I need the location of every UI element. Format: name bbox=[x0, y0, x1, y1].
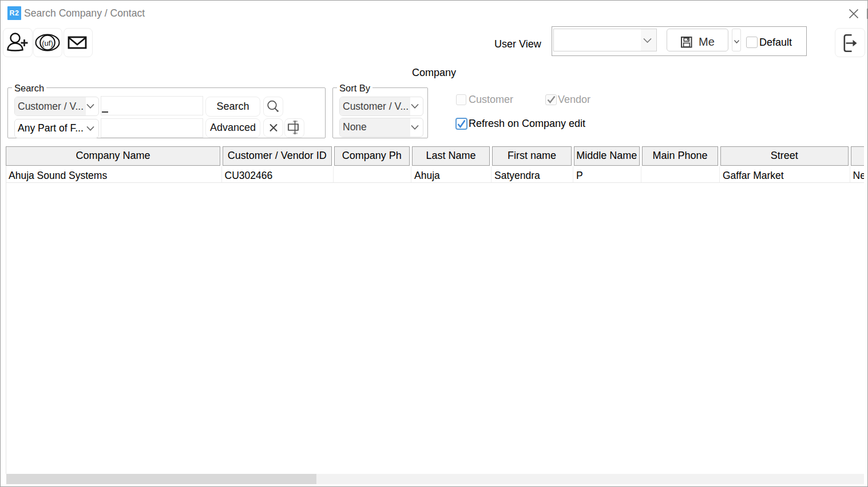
svg-text:(uf): (uf) bbox=[42, 39, 53, 47]
